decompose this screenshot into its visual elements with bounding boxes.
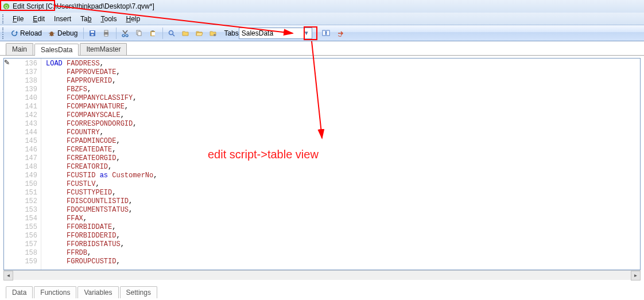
- line-number: 153: [10, 206, 37, 215]
- save-button[interactable]: [86, 27, 99, 40]
- app-icon: Q: [2, 2, 10, 10]
- code-line[interactable]: FCREATEDATE,: [46, 146, 640, 154]
- bottom-tab-variables[interactable]: Variables: [77, 286, 118, 298]
- code-line[interactable]: FCUSTTYPEID,: [46, 189, 640, 197]
- svg-point-22: [214, 34, 216, 36]
- editor-frame: ✎ 13613713813914014114214314414514614714…: [0, 55, 644, 283]
- code-line[interactable]: FFRDB,: [46, 249, 640, 258]
- bottom-tabs: Data Functions Variables Settings: [0, 283, 644, 298]
- debug-button[interactable]: Debug: [45, 27, 80, 40]
- code-area[interactable]: LOAD FADDRESS, FAPPROVEDATE, FAPPROVERID…: [41, 59, 640, 270]
- menu-insert[interactable]: Insert: [49, 14, 76, 24]
- code-line[interactable]: FCOMPANYNATURE,: [46, 103, 640, 111]
- cut-button[interactable]: [119, 27, 131, 40]
- copy-icon: [135, 29, 143, 37]
- line-number: 147: [10, 154, 37, 163]
- code-line[interactable]: FAPPROVERID,: [46, 77, 640, 85]
- code-line[interactable]: FCREATEORGID,: [46, 154, 640, 163]
- line-number: 140: [10, 94, 37, 103]
- menu-bar: File Edit Insert Tab Tools Help: [0, 13, 644, 25]
- search-button[interactable]: [165, 27, 178, 40]
- svg-point-2: [50, 32, 53, 36]
- folder-icon: [181, 29, 189, 37]
- svg-rect-12: [104, 34, 108, 36]
- save-icon: [88, 29, 96, 37]
- code-line[interactable]: FCOMPANYSCALE,: [46, 111, 640, 120]
- line-number: 136: [10, 60, 37, 68]
- code-editor[interactable]: ✎ 13613713813914014114214314414514614714…: [3, 58, 641, 270]
- tab-salesdata[interactable]: SalesData: [34, 44, 79, 56]
- tab-itemmaster[interactable]: ItemMaster: [80, 43, 127, 55]
- horizontal-scrollbar[interactable]: ◄ ►: [3, 270, 641, 280]
- bottom-tab-settings[interactable]: Settings: [120, 286, 157, 298]
- folder-button-1[interactable]: [179, 27, 192, 40]
- code-line[interactable]: FCORRESPONDORGID,: [46, 120, 640, 128]
- code-line[interactable]: FCREATORID,: [46, 163, 640, 172]
- bottom-tab-data[interactable]: Data: [6, 286, 33, 298]
- export-button[interactable]: [335, 27, 347, 40]
- scroll-right-button[interactable]: ►: [631, 271, 641, 280]
- menu-edit[interactable]: Edit: [28, 14, 49, 24]
- folder-button-3[interactable]: [207, 27, 219, 40]
- menu-help[interactable]: Help: [121, 14, 145, 24]
- code-line[interactable]: FCOUNTRY,: [46, 128, 640, 137]
- code-line[interactable]: FDOCUMENTSTATUS,: [46, 206, 640, 215]
- svg-point-13: [122, 34, 125, 37]
- menu-tab[interactable]: Tab: [76, 14, 96, 24]
- code-line[interactable]: FFORBIDSTATUS,: [46, 240, 640, 249]
- line-number: 159: [10, 258, 37, 266]
- folder-button-2[interactable]: [193, 27, 205, 40]
- menu-file[interactable]: File: [8, 14, 28, 24]
- tab-main[interactable]: Main: [6, 43, 33, 55]
- line-number: 137: [10, 68, 37, 77]
- code-line[interactable]: FCUSTLV,: [46, 180, 640, 189]
- reload-button[interactable]: Reload: [8, 27, 44, 40]
- export-icon: [337, 29, 345, 37]
- copy-button[interactable]: [133, 27, 145, 40]
- tabs-dropdown[interactable]: SalesData ▼: [239, 28, 312, 39]
- toolbar-sep-4: [317, 28, 317, 39]
- script-tabs: Main SalesData ItemMaster: [0, 41, 644, 55]
- toolbar-sep-1: [83, 28, 84, 39]
- scroll-track[interactable]: [13, 271, 631, 280]
- svg-rect-18: [152, 32, 155, 36]
- code-line[interactable]: FFAX,: [46, 215, 640, 223]
- line-number: 148: [10, 163, 37, 172]
- folder-open-icon: [195, 29, 203, 37]
- code-line[interactable]: FGROUPCUSTID,: [46, 258, 640, 266]
- cut-icon: [121, 29, 129, 37]
- line-number: 154: [10, 215, 37, 223]
- code-line[interactable]: FFORBIDDATE,: [46, 223, 640, 232]
- line-number: 142: [10, 111, 37, 120]
- code-line[interactable]: FDISCOUNTLISTID,: [46, 197, 640, 206]
- code-line[interactable]: FAPPROVEDATE,: [46, 68, 640, 77]
- paste-icon: [149, 29, 157, 37]
- svg-rect-19: [152, 30, 154, 32]
- code-line[interactable]: FCPADMINCODE,: [46, 137, 640, 146]
- toolbar: Reload Debug Tabs SalesData ▼: [0, 25, 644, 41]
- paste-button[interactable]: [146, 27, 159, 40]
- bottom-tab-functions[interactable]: Functions: [34, 286, 76, 298]
- svg-text:Q: Q: [5, 5, 8, 9]
- line-number: 151: [10, 189, 37, 197]
- window-titlebar: Q Edit Script [C:\Users\thinkpad\Desktop…: [0, 0, 644, 13]
- table-view-button[interactable]: [320, 27, 333, 40]
- debug-label: Debug: [57, 29, 77, 37]
- menu-tools[interactable]: Tools: [96, 14, 121, 24]
- svg-rect-9: [91, 34, 94, 36]
- scroll-left-button[interactable]: ◄: [3, 271, 13, 280]
- svg-rect-16: [138, 32, 141, 36]
- line-number: 139: [10, 85, 37, 94]
- code-line[interactable]: FBZFS,: [46, 85, 640, 94]
- line-number: 155: [10, 223, 37, 232]
- code-line[interactable]: FCUSTID as CustomerNo,: [46, 172, 640, 180]
- code-line[interactable]: FCOMPANYCLASSIFY,: [46, 94, 640, 103]
- print-button[interactable]: [100, 27, 112, 40]
- svg-rect-8: [91, 31, 94, 33]
- code-line[interactable]: LOAD FADDRESS,: [46, 60, 640, 68]
- reload-label: Reload: [20, 29, 42, 37]
- line-number: 146: [10, 146, 37, 154]
- svg-line-21: [173, 34, 174, 36]
- tabs-label: Tabs: [224, 29, 238, 37]
- code-line[interactable]: FFORBIDDERID,: [46, 232, 640, 240]
